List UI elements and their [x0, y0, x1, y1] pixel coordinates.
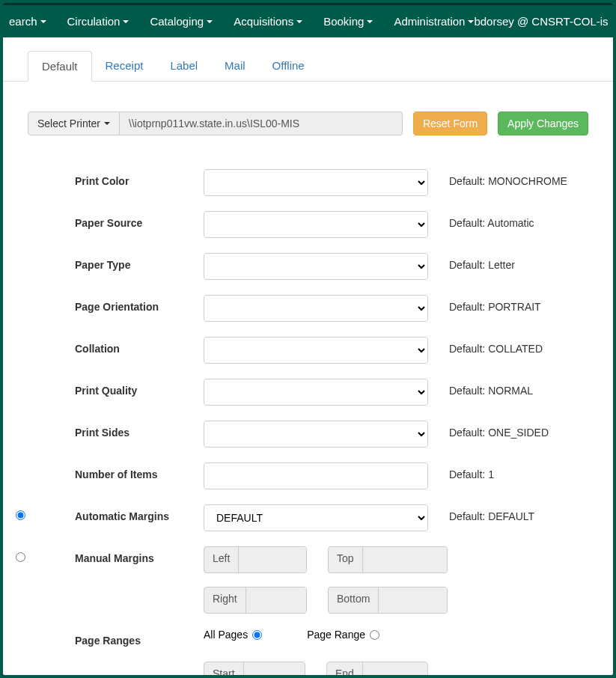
tab-offline[interactable]: Offline: [259, 51, 318, 81]
number-of-items-input[interactable]: [204, 462, 428, 489]
range-start-field: Start: [204, 662, 305, 675]
range-end-input[interactable]: [363, 662, 427, 675]
paper-source-label: Paper Source: [75, 211, 204, 229]
print-quality-default: Default: NORMAL: [428, 379, 533, 397]
nav-label: Booking: [323, 15, 364, 28]
page-ranges-label: Page Ranges: [75, 629, 204, 647]
page-range-radio[interactable]: [370, 630, 379, 640]
automatic-margins-default: Default: DEFAULT: [428, 504, 534, 522]
chevron-down-icon: [468, 20, 474, 23]
main-nav: earch Circulation Cataloging Acquisition…: [3, 3, 613, 37]
reset-form-button[interactable]: Reset Form: [413, 112, 487, 135]
page-range-option[interactable]: Page Range: [307, 629, 379, 641]
number-of-items-default: Default: 1: [428, 462, 494, 480]
print-color-label: Print Color: [75, 169, 204, 187]
print-sides-label: Print Sides: [75, 421, 204, 439]
nav-label: Cataloging: [150, 15, 204, 28]
paper-type-label: Paper Type: [75, 253, 204, 271]
chevron-down-icon: [104, 122, 110, 125]
nav-item-search[interactable]: earch: [9, 15, 46, 28]
nav-label: earch: [9, 15, 37, 28]
select-printer-button[interactable]: Select Printer: [28, 112, 120, 135]
margin-top-input[interactable]: [363, 547, 447, 572]
margin-left-field: Left: [204, 546, 307, 573]
paper-type-select[interactable]: [204, 253, 428, 280]
printer-path-display: \\iotprnp011vw.state.in.us\ISL00-MIS: [120, 112, 403, 135]
range-start-label: Start: [204, 662, 244, 675]
user-info[interactable]: bdorsey @ CNSRT-COL-is: [474, 15, 608, 28]
chevron-down-icon: [40, 20, 46, 23]
print-quality-select[interactable]: [204, 379, 428, 406]
manual-margins-radio[interactable]: [16, 552, 25, 562]
chevron-down-icon: [123, 20, 129, 23]
manual-margins-label: Manual Margins: [75, 546, 204, 564]
print-quality-label: Print Quality: [75, 379, 204, 397]
nav-label: Circulation: [67, 15, 121, 28]
nav-item-circulation[interactable]: Circulation: [67, 15, 129, 28]
automatic-margins-select[interactable]: DEFAULT: [204, 504, 428, 531]
automatic-margins-radio[interactable]: [16, 510, 25, 520]
select-printer-label: Select Printer: [37, 117, 100, 129]
collation-select[interactable]: [204, 337, 428, 364]
apply-changes-button[interactable]: Apply Changes: [498, 112, 588, 135]
print-sides-default: Default: ONE_SIDED: [428, 421, 549, 439]
tab-mail[interactable]: Mail: [211, 51, 259, 81]
nav-label: Administration: [394, 15, 465, 28]
range-end-field: End: [326, 662, 428, 675]
page-orientation-label: Page Orientation: [75, 295, 204, 313]
margin-right-label: Right: [204, 587, 246, 613]
margin-bottom-input[interactable]: [379, 587, 447, 613]
print-color-select[interactable]: [204, 169, 428, 196]
page-orientation-default: Default: PORTRAIT: [428, 295, 541, 313]
automatic-margins-label: Automatic Margins: [75, 504, 204, 522]
margin-top-label: Top: [329, 547, 363, 572]
nav-item-administration[interactable]: Administration: [394, 15, 474, 28]
range-end-label: End: [327, 662, 363, 675]
range-start-input[interactable]: [244, 662, 305, 675]
all-pages-option[interactable]: All Pages: [204, 629, 262, 641]
tabs: Default Receipt Label Mail Offline: [3, 51, 613, 82]
margin-bottom-field: Bottom: [328, 587, 448, 614]
nav-item-booking[interactable]: Booking: [323, 15, 373, 28]
chevron-down-icon: [207, 20, 213, 23]
all-pages-radio[interactable]: [252, 630, 262, 640]
page-orientation-select[interactable]: [204, 295, 428, 322]
tab-receipt[interactable]: Receipt: [92, 51, 157, 81]
toolbar: Select Printer \\iotprnp011vw.state.in.u…: [28, 112, 588, 135]
margin-left-input[interactable]: [239, 547, 306, 572]
nav-item-cataloging[interactable]: Cataloging: [150, 15, 213, 28]
all-pages-label: All Pages: [204, 629, 248, 641]
margin-top-field: Top: [328, 546, 448, 573]
tab-label[interactable]: Label: [156, 51, 211, 81]
margin-right-field: Right: [204, 587, 307, 614]
tab-default[interactable]: Default: [28, 51, 92, 82]
paper-source-default: Default: Automatic: [428, 211, 534, 229]
chevron-down-icon: [296, 20, 302, 23]
paper-source-select[interactable]: [204, 211, 428, 238]
nav-item-acquisitions[interactable]: Acquisitions: [234, 15, 302, 28]
chevron-down-icon: [367, 20, 373, 23]
collation-default: Default: COLLATED: [428, 337, 543, 355]
margin-bottom-label: Bottom: [329, 587, 379, 613]
page-range-label: Page Range: [307, 629, 365, 641]
paper-type-default: Default: Letter: [428, 253, 515, 271]
nav-label: Acquisitions: [234, 15, 293, 28]
print-sides-select[interactable]: [204, 421, 428, 448]
margin-right-input[interactable]: [246, 587, 306, 613]
print-color-default: Default: MONOCHROME: [428, 169, 567, 187]
number-of-items-label: Number of Items: [75, 462, 204, 480]
margin-left-label: Left: [204, 547, 239, 572]
collation-label: Collation: [75, 337, 204, 355]
